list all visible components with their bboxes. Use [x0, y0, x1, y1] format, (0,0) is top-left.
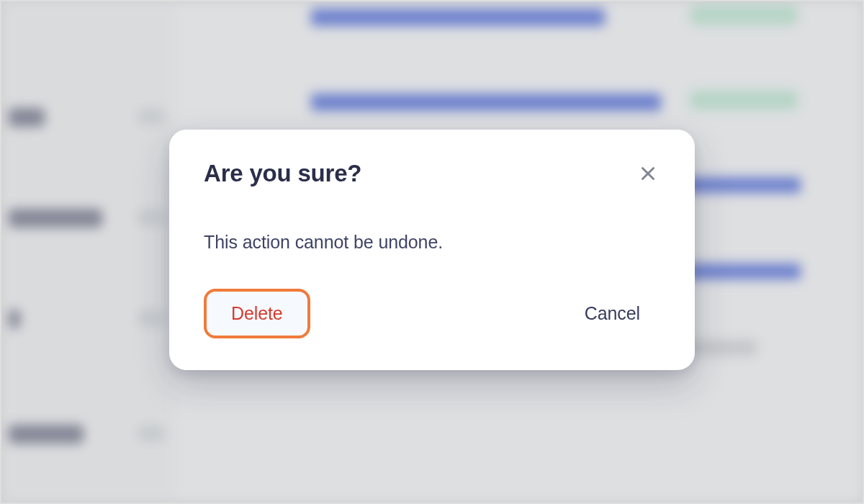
dialog-header: Are you sure?: [204, 160, 660, 187]
dialog-footer: Delete Cancel: [204, 289, 660, 338]
dialog-body: This action cannot be undone.: [204, 232, 660, 253]
close-button[interactable]: [636, 161, 660, 186]
confirm-dialog: Are you sure? This action cannot be undo…: [169, 130, 695, 370]
cancel-button[interactable]: Cancel: [564, 292, 660, 336]
modal-overlay: Are you sure? This action cannot be undo…: [1, 1, 863, 503]
close-icon: [639, 164, 657, 183]
dialog-title: Are you sure?: [204, 160, 361, 187]
delete-button[interactable]: Delete: [204, 289, 310, 338]
